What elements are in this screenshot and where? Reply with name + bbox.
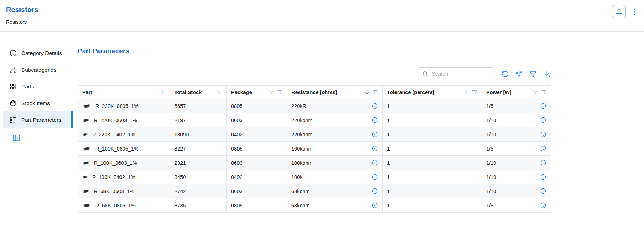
info-icon[interactable] — [371, 103, 378, 109]
package-cell: 0805 — [227, 99, 287, 113]
column-filter-icon[interactable] — [277, 89, 282, 95]
part-thumbnail[interactable] — [82, 116, 90, 124]
table-row[interactable]: R_220K_0805_1% 5657 0805 220kR 1 1/5 — [78, 99, 551, 113]
app-header: Resistors Resistors — [0, 0, 644, 32]
table-row[interactable]: R_100K_0402_1% 3450 0402 100k 1 1/10 — [78, 170, 551, 184]
info-icon[interactable] — [540, 159, 547, 166]
page-title: Resistors — [6, 6, 638, 14]
resistance-value: 100k — [291, 174, 302, 180]
table-row[interactable]: R_68K_0805_1% 3735 0805 68kohm 1 1/5 — [78, 198, 551, 213]
sidebar-tab-parts[interactable]: Parts — [3, 78, 73, 95]
sidebar-tab-label: Stock Items — [21, 100, 50, 106]
sidebar-tab-subcategories[interactable]: Subcategories — [3, 61, 73, 78]
menu-dots-icon[interactable] — [630, 6, 639, 17]
column-header-total-stock[interactable]: Total Stock — [170, 86, 227, 99]
resistance-value: 68kohm — [291, 203, 310, 208]
info-icon[interactable] — [371, 188, 378, 195]
sidebar-collapse-icon[interactable] — [12, 133, 21, 142]
tolerance-cell: 1 — [383, 170, 482, 184]
table-row[interactable]: R_220K_0402_1% 18090 0402 220kohm 1 1/10 — [78, 127, 551, 142]
column-label: Resistance [ohms] — [291, 89, 337, 95]
package-cell: 0805 — [227, 142, 287, 156]
package-cell: 0603 — [227, 156, 287, 170]
info-icon[interactable] — [540, 202, 547, 209]
category-panel: Category Details Subcategories Parts Sto… — [3, 36, 644, 246]
part-thumbnail[interactable] — [82, 173, 88, 181]
info-icon[interactable] — [371, 145, 378, 152]
column-filter-icon[interactable] — [541, 89, 547, 95]
column-header-package[interactable]: Package — [227, 86, 287, 99]
sort-desc-icon[interactable] — [364, 89, 370, 95]
column-filter-icon[interactable] — [472, 89, 477, 95]
resistance-value: 100kohm — [291, 146, 313, 152]
tolerance-cell: 1 — [383, 142, 482, 156]
info-icon[interactable] — [371, 117, 378, 124]
column-header-resistance-ohms[interactable]: Resistance [ohms] — [287, 86, 383, 99]
table-toolbar — [78, 67, 551, 80]
info-icon[interactable] — [540, 103, 547, 109]
info-icon[interactable] — [540, 117, 547, 124]
info-icon[interactable] — [371, 174, 378, 180]
part-name: R_220K_0603_1% — [94, 117, 137, 123]
sort-icon[interactable] — [159, 89, 166, 95]
search-box[interactable] — [418, 67, 493, 80]
part-name: R_100K_0805_1% — [95, 146, 139, 152]
power-value: 1/10 — [486, 132, 496, 137]
info-icon[interactable] — [540, 145, 547, 152]
info-icon[interactable] — [540, 131, 547, 138]
column-header-power-w[interactable]: Power [W] — [482, 86, 551, 99]
sort-icon[interactable] — [463, 89, 469, 95]
table-row[interactable]: R_220K_0603_1% 2197 0603 220kohm 1 1/10 — [78, 113, 551, 127]
table-row[interactable]: R_68K_0603_1% 2742 0603 68kohm 1 1/10 — [78, 184, 551, 198]
sidebar-tab-label: Part Parameters — [21, 117, 61, 123]
power-value: 1/5 — [486, 103, 493, 109]
part-parameters-table: Part Total Stock Package Resistance — [78, 85, 551, 213]
sort-icon[interactable] — [532, 89, 538, 95]
tolerance-cell: 1 — [383, 127, 482, 142]
tolerance-cell: 1 — [383, 156, 482, 170]
package-icon — [9, 99, 17, 107]
column-header-part[interactable]: Part — [78, 86, 170, 99]
column-label: Total Stock — [174, 89, 202, 95]
part-thumbnail[interactable] — [82, 102, 91, 110]
part-thumbnail[interactable] — [82, 131, 88, 138]
info-icon[interactable] — [371, 131, 378, 138]
sidebar-tab-label: Parts — [21, 83, 34, 90]
notifications-button[interactable] — [612, 5, 626, 18]
sort-icon[interactable] — [216, 89, 222, 95]
refresh-icon[interactable] — [501, 70, 509, 78]
sidebar-tab-part-parameters[interactable]: Part Parameters — [3, 111, 73, 128]
download-icon[interactable] — [543, 70, 551, 78]
adjustments-icon[interactable] — [515, 70, 523, 78]
part-thumbnail[interactable] — [82, 159, 90, 167]
bell-icon — [615, 8, 623, 16]
info-icon[interactable] — [540, 174, 547, 180]
info-icon[interactable] — [371, 159, 378, 166]
info-icon[interactable] — [540, 188, 547, 195]
package-cell: 0603 — [227, 113, 287, 127]
table-row[interactable]: R_100K_0805_1% 3227 0805 100kohm 1 1/5 — [78, 142, 551, 156]
sidebar-tab-category-details[interactable]: Category Details — [3, 45, 73, 61]
power-value: 1/10 — [486, 174, 496, 180]
part-name: R_100K_0603_1% — [94, 160, 137, 166]
info-circle-icon — [9, 49, 17, 57]
sidebar-tab-stock-items[interactable]: Stock Items — [3, 95, 73, 111]
info-icon[interactable] — [371, 202, 378, 209]
part-thumbnail[interactable] — [82, 202, 91, 209]
table-row[interactable]: R_100K_0603_1% 2321 0603 100kohm 1 1/10 — [78, 156, 551, 170]
section-divider — [78, 62, 551, 62]
column-header-tolerance-percent[interactable]: Tolerance [percent] — [383, 86, 482, 99]
part-thumbnail[interactable] — [82, 145, 91, 153]
total-stock-cell: 2742 — [170, 184, 227, 198]
part-thumbnail[interactable] — [82, 187, 90, 195]
power-value: 1/10 — [486, 117, 496, 123]
breadcrumb[interactable]: Resistors — [6, 19, 27, 25]
search-input[interactable] — [432, 71, 489, 77]
filter-icon[interactable] — [529, 70, 537, 78]
part-name: R_220K_0805_1% — [95, 103, 139, 109]
resistance-value: 68kohm — [291, 188, 310, 194]
panel-content: Part Parameters Part — [73, 36, 644, 246]
part-name: R_68K_0603_1% — [94, 188, 134, 194]
sort-icon[interactable] — [268, 89, 274, 95]
column-filter-icon[interactable] — [373, 89, 378, 95]
